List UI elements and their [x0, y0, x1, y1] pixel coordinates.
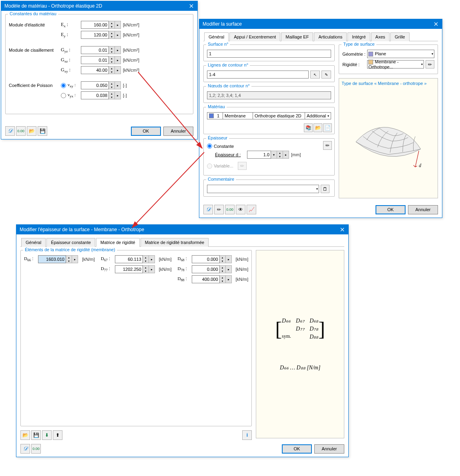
dropdown-icon[interactable]: ▸	[149, 255, 155, 263]
ok-button[interactable]: OK	[131, 127, 161, 136]
spinner-buttons[interactable]: ▲▼	[109, 56, 115, 64]
tab-transformed-matrix[interactable]: Matrice de rigidité transformée	[141, 238, 209, 247]
dropdown-icon[interactable]: ▸	[283, 151, 289, 159]
dropdown-icon[interactable]: ▸	[226, 255, 232, 263]
help-icon[interactable]: 𝒟	[203, 205, 213, 214]
tab-mesh[interactable]: Maillage EF	[281, 32, 313, 41]
tab-general[interactable]: Général	[204, 32, 229, 41]
edit-icon[interactable]: ✏	[214, 205, 224, 214]
tab-stiffness-matrix[interactable]: Matrice de rigidité	[96, 238, 140, 247]
d78-input[interactable]	[192, 265, 220, 273]
titlebar[interactable]: Modifier l'épaisseur de la surface - Mem…	[16, 225, 348, 234]
ok-button[interactable]: OK	[376, 205, 406, 214]
save-icon[interactable]: 💾	[31, 430, 41, 440]
thickness-edit-icon[interactable]: ✏	[323, 141, 332, 150]
close-icon[interactable]	[187, 2, 195, 10]
spinner-buttons[interactable]: ▲▼	[109, 91, 115, 99]
vxy-radio[interactable]	[61, 83, 66, 88]
spinner-buttons[interactable]: ▲▼	[66, 255, 72, 263]
dropdown-icon[interactable]: ▸	[115, 46, 121, 54]
dropdown-icon[interactable]: ▸	[115, 56, 121, 64]
units-icon[interactable]: 0.00	[31, 444, 41, 454]
dropdown-icon[interactable]: ▸	[226, 275, 232, 283]
close-icon[interactable]	[338, 226, 346, 233]
material-new-icon[interactable]: 📄	[323, 123, 332, 132]
spinner-buttons[interactable]: ▲▼	[109, 21, 115, 29]
help-icon[interactable]: 𝒟	[20, 444, 30, 454]
d68-input[interactable]	[192, 255, 220, 263]
pick-icon[interactable]: ↖	[310, 71, 320, 79]
ex-input[interactable]	[81, 21, 109, 29]
titlebar[interactable]: Modèle de matériau - Orthotrope élastiqu…	[1, 1, 197, 11]
geometry-select[interactable]: Plane▾	[367, 50, 434, 58]
gxy-input[interactable]	[81, 66, 109, 74]
contour-lines-input[interactable]	[207, 71, 309, 79]
d88-input[interactable]	[192, 275, 220, 283]
dropdown-icon[interactable]: ▸	[115, 81, 121, 89]
vyx-input[interactable]	[81, 91, 109, 99]
open-icon[interactable]: 📂	[20, 430, 30, 440]
library-icon[interactable]: 📂	[27, 126, 36, 136]
graph-icon[interactable]: 📈	[247, 205, 256, 214]
gxz-input[interactable]	[81, 56, 109, 64]
ok-button[interactable]: OK	[282, 444, 312, 454]
dropdown-icon[interactable]: ▸	[72, 255, 78, 263]
d77-input[interactable]	[115, 265, 143, 273]
import-icon[interactable]: ⬆	[53, 430, 62, 440]
rigidity-select[interactable]: Membrane - Orthotrope...▾	[367, 60, 424, 69]
new-line-icon[interactable]: ✎	[321, 71, 331, 79]
constant-radio[interactable]	[207, 143, 212, 149]
spinner-buttons[interactable]: ▲▼	[109, 46, 115, 54]
gyz-input[interactable]	[81, 46, 109, 54]
vxy-input[interactable]	[81, 81, 109, 89]
spinner-buttons[interactable]: ▲▼	[143, 255, 149, 263]
spinner-buttons[interactable]: ▲▼	[220, 255, 226, 263]
titlebar[interactable]: Modifier la surface	[199, 19, 442, 29]
spinner-buttons[interactable]: ▲▼	[109, 31, 115, 39]
dropdown-icon[interactable]: ▸	[115, 66, 121, 74]
material-edit-icon[interactable]: 📂	[313, 123, 322, 132]
surface-no-input[interactable]	[207, 50, 331, 58]
save-icon[interactable]: 💾	[38, 126, 47, 136]
tab-grid[interactable]: Grille	[390, 32, 410, 41]
spinner-buttons[interactable]: ▲▼	[143, 265, 149, 273]
dropdown-icon[interactable]: ▸	[115, 21, 121, 29]
tab-axes[interactable]: Axes	[371, 32, 390, 41]
units-icon[interactable]: 0.00	[16, 126, 26, 136]
view-icon[interactable]: 👁	[236, 205, 245, 214]
dropdown-icon[interactable]: ▸	[115, 91, 121, 99]
cancel-button[interactable]: Annuler	[314, 444, 344, 454]
spinner-buttons[interactable]: ▲▼	[277, 151, 283, 159]
rigidity-edit-icon[interactable]: ✏	[426, 60, 434, 69]
info-icon[interactable]: i	[242, 430, 252, 440]
material-library-icon[interactable]: 📚	[304, 123, 313, 132]
comment-input[interactable]: ▾	[207, 185, 319, 193]
d67-input[interactable]	[115, 255, 143, 263]
unit-label: [-]	[123, 83, 127, 88]
ey-input[interactable]	[81, 31, 109, 39]
spinner-buttons[interactable]: ▲▼	[109, 66, 115, 74]
cancel-button[interactable]: Annuler	[163, 127, 193, 136]
units-icon[interactable]: 0.00	[225, 205, 235, 214]
dropdown-icon[interactable]: ▸	[149, 265, 155, 273]
cancel-button[interactable]: Annuler	[408, 205, 438, 214]
vyx-radio[interactable]	[61, 93, 66, 98]
tab-hinges[interactable]: Articulations	[314, 32, 347, 41]
comment-pick-icon[interactable]: 🗒	[321, 185, 329, 193]
thickness-d-input[interactable]	[247, 151, 271, 159]
close-icon[interactable]	[432, 20, 440, 28]
export-icon[interactable]: ⬇	[42, 430, 52, 440]
tab-integrated[interactable]: Intégré	[348, 32, 370, 41]
material-select[interactable]: 1 Membrane Orthotrope élastique 2D Addit…	[207, 112, 331, 119]
help-icon[interactable]: 𝒟	[5, 126, 15, 136]
tab-support[interactable]: Appui / Excentrement	[229, 32, 280, 41]
tab-general[interactable]: Général	[21, 238, 46, 247]
dropdown-icon[interactable]: ▾	[271, 151, 277, 159]
spinner-buttons[interactable]: ▲▼	[220, 275, 226, 283]
d66-input[interactable]	[38, 255, 66, 263]
dropdown-icon[interactable]: ▸	[226, 265, 232, 273]
tab-const-thickness[interactable]: Épaisseur constante	[46, 238, 95, 247]
spinner-buttons[interactable]: ▲▼	[109, 81, 115, 89]
dropdown-icon[interactable]: ▸	[115, 31, 121, 39]
spinner-buttons[interactable]: ▲▼	[220, 265, 226, 273]
